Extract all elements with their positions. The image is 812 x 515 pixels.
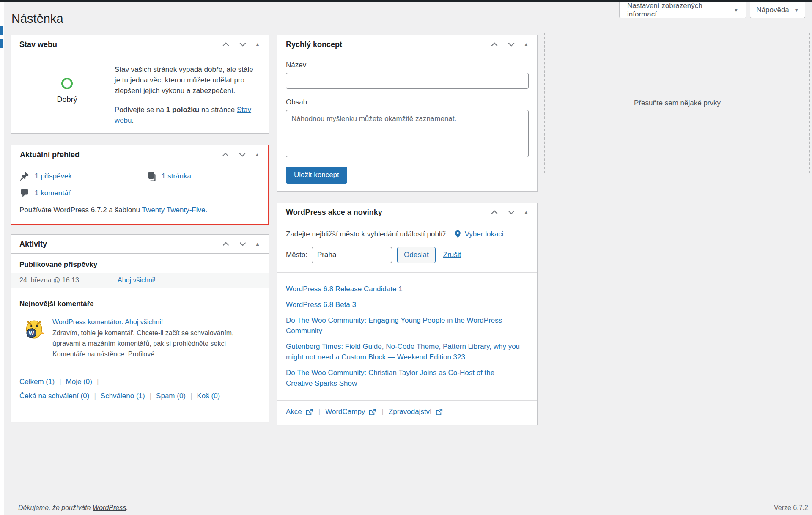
filter-pending-link[interactable]: Čeká na schválení (0) (19, 392, 89, 400)
filter-mine-link[interactable]: Moje (0) (66, 378, 92, 386)
help-button[interactable]: Nápověda ▼ (750, 2, 805, 18)
panel-title: Aktivity (19, 240, 47, 249)
move-down-icon[interactable] (238, 150, 247, 159)
collapse-icon[interactable]: ▲ (255, 241, 260, 247)
dashboard-column-1: Stav webu ▲ Dobrý Stav vašich stránek vy… (11, 35, 269, 422)
filter-spam-link[interactable]: Spam (0) (156, 392, 186, 400)
glance-pages: 1 stránka (146, 171, 260, 181)
drop-zone-text: Přesuňte sem nějaké prvky (634, 99, 721, 107)
news-item-link[interactable]: Gutenberg Times: Field Guide, No-Code Th… (286, 341, 523, 362)
activity-panel-header[interactable]: Aktivity ▲ (11, 235, 269, 254)
news-item-link[interactable]: WordPress 6.8 Release Candidate 1 (286, 284, 523, 294)
comment-row: W WordPress komentátor: Ahoj všichni! Zd… (11, 312, 269, 365)
news-list: WordPress 6.8 Release Candidate 1 WordPr… (277, 272, 537, 400)
site-health-panel: Stav webu ▲ Dobrý Stav vašich stránek vy… (11, 35, 269, 134)
collapse-icon[interactable]: ▲ (255, 41, 260, 47)
comment-excerpt: Zdravím, tohle je komentář. Chcete-li za… (52, 328, 255, 359)
screen-options-button[interactable]: Nastavení zobrazených informací ▼ (619, 2, 746, 18)
comment-icon (19, 188, 30, 198)
move-up-icon[interactable] (221, 239, 230, 249)
help-label: Nápověda (756, 6, 789, 14)
site-health-panel-header[interactable]: Stav webu ▲ (11, 35, 269, 54)
wordcamps-link[interactable]: WordCampy (325, 408, 376, 416)
comments-count-link[interactable]: 1 komentář (35, 189, 71, 197)
posts-count-link[interactable]: 1 příspěvek (35, 172, 72, 181)
pushpin-icon (19, 171, 30, 181)
save-draft-button[interactable]: Uložit koncept (286, 167, 347, 184)
comment-filter-links: Celkem (1)Moje (0)Čeká na schválení (0)S… (11, 365, 265, 414)
wordpress-link[interactable]: WordPress (93, 504, 126, 511)
news-item-link[interactable]: Do The Woo Community: Engaging Young Peo… (286, 315, 523, 336)
draft-title-label: Název (286, 61, 529, 69)
move-down-icon[interactable] (507, 40, 516, 49)
admin-menu-edge (0, 2, 4, 515)
activity-panel: Aktivity ▲ Publikované příspěvky 24. bře… (11, 234, 269, 422)
post-date: 24. března @ 16:13 (19, 277, 118, 284)
latest-comments-heading: Nejnovější komentáře (11, 293, 269, 312)
location-pin-icon (453, 230, 462, 238)
external-link-icon (305, 408, 313, 416)
footer-thanks-text: Děkujeme, že používáte WordPress. (18, 504, 128, 512)
external-link-icon (368, 408, 376, 416)
widget-drop-zone[interactable]: Přesuňte sem nějaké prvky (544, 33, 810, 173)
move-down-icon[interactable] (238, 40, 247, 49)
post-title-link[interactable]: Ahoj všichni! (118, 277, 156, 284)
panel-title: Stav webu (19, 40, 57, 49)
site-health-cta: Podívejte se na 1 položku na stránce Sta… (115, 104, 260, 126)
filter-approved-link[interactable]: Schváleno (1) (101, 392, 145, 400)
draft-title-input[interactable] (286, 73, 529, 89)
collapse-icon[interactable]: ▲ (524, 41, 529, 47)
city-input[interactable] (312, 247, 392, 263)
caret-down-icon: ▼ (734, 8, 738, 13)
screen-options-label: Nastavení zobrazených informací (627, 2, 729, 19)
admin-menu-accent (0, 39, 3, 48)
city-label: Město: (286, 251, 307, 259)
filter-trash-link[interactable]: Koš (0) (197, 392, 220, 400)
at-a-glance-panel-header[interactable]: Aktuální přehled ▲ (11, 145, 268, 164)
site-health-status-icon (61, 78, 73, 89)
news-link[interactable]: Zpravodajství (389, 408, 443, 416)
theme-link[interactable]: Twenty Twenty-Five (142, 206, 206, 214)
collapse-icon[interactable]: ▲ (255, 152, 260, 158)
draft-content-textarea[interactable] (286, 110, 529, 157)
move-up-icon[interactable] (490, 40, 499, 49)
select-location-link[interactable]: Vyber lokaci (465, 230, 504, 238)
published-posts-heading: Publikované příspěvky (11, 254, 269, 273)
collapse-icon[interactable]: ▲ (524, 209, 529, 215)
submit-city-button[interactable]: Odeslat (397, 247, 436, 263)
move-up-icon[interactable] (221, 150, 230, 159)
move-up-icon[interactable] (490, 208, 499, 217)
comment-link[interactable]: WordPress komentátor: Ahoj všichni! (52, 318, 163, 326)
caret-down-icon: ▼ (794, 8, 799, 13)
dashboard-column-2: Rychlý koncept ▲ Název Obsah Uložit konc… (277, 35, 538, 425)
glance-comments: 1 komentář (19, 188, 146, 198)
move-up-icon[interactable] (221, 40, 230, 49)
footer-version: Verze 6.7.2 (774, 504, 808, 512)
wapuu-avatar: W (24, 318, 46, 340)
news-item-link[interactable]: Do The Woo Community: Christian Taylor J… (286, 367, 523, 389)
wordpress-version-text: Používáte WordPress 6.7.2 a šablonu Twen… (19, 206, 260, 214)
news-footer-links: Akce | WordCampy | Zpravodajství (277, 400, 537, 425)
item-count: 1 položku (166, 106, 199, 114)
news-item-link[interactable]: WordPress 6.8 Beta 3 (286, 299, 523, 310)
admin-menu-accent (0, 26, 3, 35)
published-post-row: 24. března @ 16:13 Ahoj všichni! (11, 273, 269, 288)
page-title: Nástěnka (11, 12, 63, 26)
panel-title: Aktuální přehled (20, 151, 80, 159)
cancel-link[interactable]: Zrušit (443, 251, 461, 259)
events-intro-text: Zadejte nejbližší město k vyhledání udál… (286, 230, 448, 238)
glance-posts: 1 příspěvek (19, 171, 146, 181)
pages-count-link[interactable]: 1 stránka (162, 172, 191, 181)
filter-total-link[interactable]: Celkem (1) (19, 378, 55, 386)
site-health-status-label: Dobrý (57, 95, 77, 104)
at-a-glance-panel: Aktuální přehled ▲ 1 příspěvek 1 stránka (11, 145, 269, 225)
quick-draft-panel: Rychlý koncept ▲ Název Obsah Uložit konc… (277, 35, 538, 192)
panel-title: Rychlý koncept (286, 40, 342, 49)
quick-draft-panel-header[interactable]: Rychlý koncept ▲ (277, 35, 537, 54)
draft-content-label: Obsah (286, 98, 529, 107)
move-down-icon[interactable] (507, 208, 516, 217)
move-down-icon[interactable] (238, 239, 247, 249)
events-news-panel-header[interactable]: WordPress akce a novinky ▲ (277, 203, 537, 222)
panel-title: WordPress akce a novinky (286, 208, 382, 217)
events-link[interactable]: Akce (286, 408, 313, 416)
